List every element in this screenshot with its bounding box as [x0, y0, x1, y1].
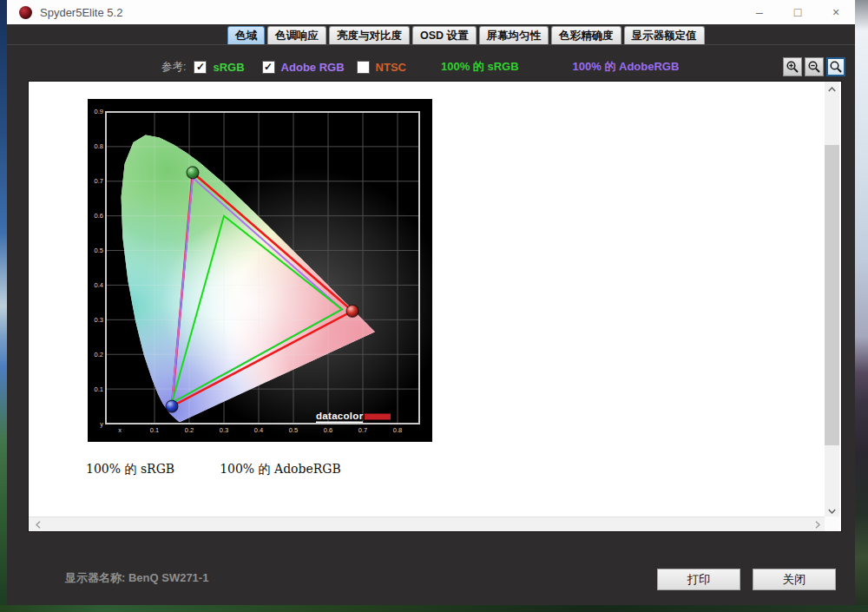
zoom-in-button[interactable] [783, 57, 802, 76]
reference-option: sRGB [194, 61, 244, 74]
scrollbar-corner [825, 517, 839, 531]
horizontal-scrollbar[interactable] [29, 517, 826, 531]
close-button[interactable]: 关闭 [753, 569, 836, 590]
desktop-background: Spyder5Elite 5.2 – □ × 色域色调响应亮度与对比度OSD 设… [0, 0, 868, 612]
chromaticity-chart: datacolor 0.10.20.30.40.50.60.70.80.10.2… [88, 99, 432, 442]
reference-checkbox-label: Adobe RGB [281, 61, 345, 74]
scroll-right-arrow-icon[interactable] [810, 517, 825, 532]
monitor-name-label: 显示器名称: BenQ SW271-1 [65, 570, 208, 586]
x-axis-tick-label: 0.5 [289, 426, 298, 434]
tab-item[interactable]: OSD 设置 [412, 26, 477, 44]
zoom-out-icon [807, 60, 821, 74]
tab-bar: 色域色调响应亮度与对比度OSD 设置屏幕均匀性色彩精确度显示器额定值 [7, 24, 855, 45]
title-bar: Spyder5Elite 5.2 – □ × [7, 0, 855, 24]
x-axis-tick-label: 0.7 [358, 426, 367, 434]
spyder-app-icon [19, 6, 32, 19]
x-axis-tick-label: 0.3 [220, 426, 228, 434]
y-axis-tick-label: 0.5 [95, 247, 103, 254]
y-axis-tick-label: 0.3 [95, 316, 103, 324]
reference-checkbox[interactable] [194, 61, 207, 74]
reference-toolbar: 参考: sRGBAdobe RGBNTSC 100% 的 sRGB100% 的 … [7, 56, 855, 78]
gamut-coverage-result: 100% 的 sRGB [441, 59, 519, 75]
zoom-toolbar [783, 57, 845, 76]
desktop-wallpaper-right [855, 0, 868, 612]
primary-marker-0 [187, 167, 199, 179]
gamut-coverage-result: 100% 的 AdobeRGB [573, 59, 680, 75]
x-axis-tick-label: 0.8 [393, 426, 402, 434]
primary-marker-2 [166, 400, 178, 412]
minimize-button[interactable]: – [740, 0, 779, 24]
x-axis-tick-label: 0.2 [185, 426, 194, 434]
y-axis-tick-label: 0.4 [95, 281, 103, 289]
datacolor-wordmark: datacolor [316, 411, 364, 421]
logo-red-bar [365, 414, 391, 420]
desktop-wallpaper-left [0, 0, 7, 612]
scroll-up-arrow-icon[interactable] [825, 82, 839, 96]
y-axis-label: y [100, 420, 103, 428]
reference-checkbox[interactable] [357, 61, 370, 74]
caption-item: 100% 的 AdobeRGB [220, 462, 341, 476]
cie-diagram-svg: datacolor 0.10.20.30.40.50.60.70.80.10.2… [88, 99, 432, 442]
gamut-result-caption: 100% 的 sRGB100% 的 AdobeRGB [86, 462, 386, 477]
reference-label: 参考: [161, 60, 186, 75]
app-body: 色域色调响应亮度与对比度OSD 设置屏幕均匀性色彩精确度显示器额定值 参考: s… [7, 24, 855, 605]
reference-checkbox[interactable] [262, 61, 275, 74]
scroll-left-arrow-icon[interactable] [30, 517, 45, 532]
vertical-scrollbar[interactable] [825, 82, 839, 518]
zoom-reset-button[interactable] [826, 57, 845, 76]
reference-checkbox-label: sRGB [213, 61, 244, 74]
primary-marker-1 [346, 305, 358, 317]
reference-option: NTSC [357, 61, 406, 74]
y-axis-tick-label: 0.1 [95, 385, 103, 393]
tab-item[interactable]: 亮度与对比度 [329, 26, 410, 44]
tab-item[interactable]: 显示器额定值 [624, 26, 705, 44]
tab-item[interactable]: 色彩精确度 [551, 26, 621, 44]
maximize-button[interactable]: □ [779, 0, 817, 24]
x-axis-tick-label: 0.4 [254, 426, 263, 434]
reference-checkbox-label: NTSC [376, 61, 406, 74]
x-axis-tick-label: 0.6 [324, 426, 332, 434]
x-axis-tick-label: 0.1 [150, 426, 159, 434]
reference-checkbox-group: sRGBAdobe RGBNTSC [186, 61, 405, 74]
caption-item: 100% 的 sRGB [86, 462, 174, 476]
vertical-scroll-thumb[interactable] [825, 145, 839, 445]
tab-item[interactable]: 色域 [227, 26, 265, 44]
y-axis-tick-label: 0.6 [95, 212, 103, 220]
gamut-result-group: 100% 的 sRGB100% 的 AdobeRGB [406, 59, 679, 75]
print-button[interactable]: 打印 [657, 569, 740, 590]
window-controls: – □ × [740, 0, 855, 24]
y-axis-tick-label: 0.8 [95, 142, 103, 150]
close-window-button[interactable]: × [817, 0, 855, 24]
app-window: Spyder5Elite 5.2 – □ × 色域色调响应亮度与对比度OSD 设… [7, 0, 855, 605]
window-title: Spyder5Elite 5.2 [40, 6, 122, 19]
content-panel: datacolor 0.10.20.30.40.50.60.70.80.10.2… [28, 81, 842, 532]
zoom-out-button[interactable] [805, 57, 824, 76]
tab-item[interactable]: 色调响应 [267, 26, 326, 44]
zoom-in-icon [786, 60, 799, 74]
reference-option: Adobe RGB [262, 61, 345, 74]
tab-item[interactable]: 屏幕均匀性 [479, 26, 549, 44]
desktop-wallpaper-bottom [0, 605, 868, 612]
y-axis-tick-label: 0.7 [95, 177, 103, 185]
logo-underline [316, 422, 363, 424]
x-axis-label: x [118, 426, 122, 434]
magnifier-icon [829, 60, 843, 74]
y-axis-tick-label: 0.2 [95, 351, 103, 359]
y-axis-tick-label: 0.9 [95, 108, 103, 115]
